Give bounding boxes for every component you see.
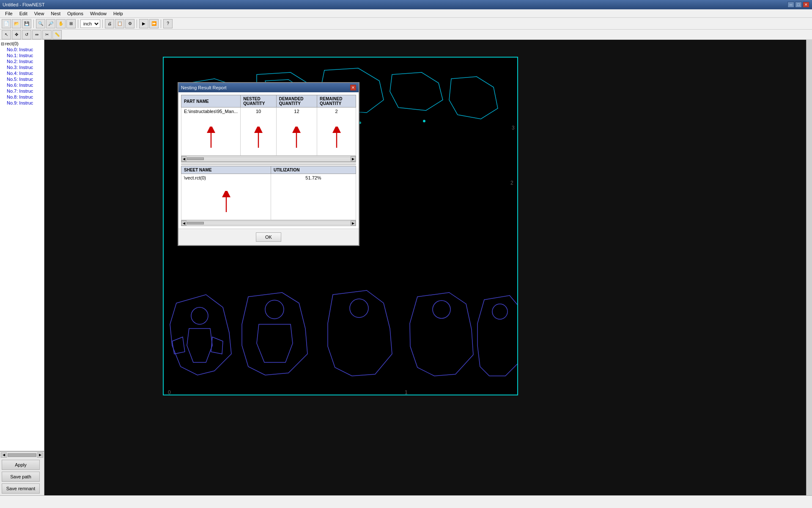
parts-table-scrollbar[interactable]: ◀ ▶ <box>181 156 356 162</box>
toolbar2: ↖ ✥ ↺ ⇔ ✂ 📏 <box>0 30 812 40</box>
toolbar1: 📄 📂 💾 🔍 🔎 ✋ ⊞ inch mm cm 🖨 📋 ⚙ ▶ ⏩ ? <box>0 18 812 30</box>
arrow-sheet <box>220 191 233 214</box>
menubar: File Edit View Nest Options Window Help <box>0 9 812 18</box>
separator1 <box>33 19 34 28</box>
save-remnant-button[interactable]: Save remnant <box>2 483 40 494</box>
tree-item-0[interactable]: No.0: Instruc <box>1 47 43 52</box>
tree-item-9[interactable]: No.9: Instruc <box>1 100 43 106</box>
separator4 <box>137 19 137 28</box>
sheets-scroll-right[interactable]: ▶ <box>351 221 356 226</box>
move-button[interactable]: ✥ <box>12 30 21 39</box>
unit-selector[interactable]: inch mm cm <box>80 19 100 28</box>
titlebar-title: Untitled - FlowNEST <box>3 2 45 7</box>
scroll-left[interactable]: ◀ <box>1 453 7 458</box>
tree-expand-icon: ⊟ <box>1 41 4 46</box>
sheets-table-scrollbar[interactable]: ◀ ▶ <box>181 220 356 226</box>
right-scrollbar[interactable] <box>806 40 812 495</box>
dialog-content: PART NAME NESTED QUANTITY DEMANDED QUANT… <box>178 92 359 229</box>
zoom-out[interactable]: 🔎 <box>46 19 55 28</box>
menu-view[interactable]: View <box>31 10 48 17</box>
svg-point-0 <box>191 307 208 324</box>
tree-item-8[interactable]: No.8: Instruc <box>1 94 43 100</box>
open-button[interactable]: 📂 <box>12 19 21 28</box>
col-sheet-name: SHEET NAME <box>181 166 271 174</box>
tree-item-2[interactable]: No.2: Instruc <box>1 58 43 64</box>
cell-demanded-qty: 12 <box>276 108 317 156</box>
cell-sheet-name: \vect.rct(0) <box>181 174 271 220</box>
ok-area: OK <box>178 229 359 245</box>
arrow-nested <box>252 127 265 150</box>
menu-nest[interactable]: Nest <box>47 10 64 17</box>
scroll-thumb[interactable] <box>8 453 36 457</box>
close-button[interactable]: ✕ <box>803 2 809 8</box>
tree-scrollbar[interactable]: ◀ ▶ <box>0 451 44 458</box>
cell-part-name: E:\instructables\95_Man... <box>181 108 241 156</box>
zoom-in[interactable]: 🔍 <box>36 19 45 28</box>
rotate-button[interactable]: ↺ <box>22 30 31 39</box>
parts-scroll-right[interactable]: ▶ <box>351 156 356 161</box>
copy-button[interactable]: 📋 <box>115 19 124 28</box>
svg-point-7 <box>423 120 425 122</box>
scroll-right[interactable]: ▶ <box>37 453 43 458</box>
tree-item-3[interactable]: No.3: Instruc <box>1 64 43 70</box>
help-icon[interactable]: ? <box>163 19 173 28</box>
menu-file[interactable]: File <box>2 10 16 17</box>
col-utilization: UTILIZATION <box>271 166 356 174</box>
tree-item-5[interactable]: No.5: Instruc <box>1 76 43 82</box>
tree-item-4[interactable]: No.4: Instruc <box>1 70 43 76</box>
main-area: ⊟ rect(0) No.0: Instruc No.1: Instruc No… <box>0 40 812 495</box>
tree-item-7[interactable]: No.7: Instruc <box>1 88 43 94</box>
titlebar: Untitled - FlowNEST ─ □ ✕ <box>0 0 812 9</box>
flip-button[interactable]: ⇔ <box>32 30 41 39</box>
sidebar-buttons: Apply Save path Save remnant <box>0 458 44 495</box>
sheets-table-row: \vect.rct(0) <box>181 174 356 220</box>
save-path-button[interactable]: Save path <box>2 472 40 482</box>
titlebar-controls: ─ □ ✕ <box>787 2 809 8</box>
col-demanded-qty: DEMANDED QUANTITY <box>276 95 317 108</box>
settings-button[interactable]: ⚙ <box>125 19 134 28</box>
cell-utilization: 51.72% <box>271 174 356 220</box>
dialog-close-button[interactable]: ✕ <box>350 85 356 91</box>
parts-table-row: E:\instructables\95_Man... <box>181 108 356 156</box>
parts-table: PART NAME NESTED QUANTITY DEMANDED QUANT… <box>181 95 356 156</box>
menu-window[interactable]: Window <box>87 10 110 17</box>
tree-area: ⊟ rect(0) No.0: Instruc No.1: Instruc No… <box>0 40 44 451</box>
statusbar <box>0 495 812 508</box>
parts-scroll-thumb[interactable] <box>187 157 204 160</box>
svg-text:2: 2 <box>510 180 513 186</box>
separator5 <box>161 19 161 28</box>
canvas-area[interactable]: 0 1 2 3 Nesting Result Report ✕ PART NAM… <box>44 40 812 495</box>
sheets-scroll-left[interactable]: ◀ <box>181 221 187 226</box>
select-button[interactable]: ↖ <box>2 30 11 39</box>
menu-edit[interactable]: Edit <box>16 10 31 17</box>
svg-point-1 <box>265 300 284 319</box>
tree-item-1[interactable]: No.1: Instruc <box>1 52 43 58</box>
arrow-parts <box>205 127 217 150</box>
menu-help[interactable]: Help <box>110 10 126 17</box>
step-button[interactable]: ⏩ <box>149 19 159 28</box>
section-divider <box>181 162 356 165</box>
minimize-button[interactable]: ─ <box>787 2 794 8</box>
ok-button[interactable]: OK <box>256 232 281 242</box>
maximize-button[interactable]: □ <box>795 2 802 8</box>
parts-scroll-track <box>187 157 351 160</box>
measure-button[interactable]: 📏 <box>52 30 62 39</box>
separator3 <box>102 19 103 28</box>
play-button[interactable]: ▶ <box>139 19 148 28</box>
arrow-demanded <box>290 127 303 150</box>
cell-nested-qty: 10 <box>241 108 277 156</box>
menu-options[interactable]: Options <box>64 10 87 17</box>
new-button[interactable]: 📄 <box>2 19 11 28</box>
pan[interactable]: ✋ <box>56 19 66 28</box>
cell-remained-qty: 2 <box>317 108 356 156</box>
delete-button[interactable]: ✂ <box>42 30 52 39</box>
save-button[interactable]: 💾 <box>22 19 31 28</box>
parts-scroll-left[interactable]: ◀ <box>181 156 187 161</box>
print-button[interactable]: 🖨 <box>105 19 114 28</box>
fit[interactable]: ⊞ <box>66 19 76 28</box>
svg-text:1: 1 <box>405 389 408 395</box>
tree-root[interactable]: ⊟ rect(0) <box>1 41 43 47</box>
apply-button[interactable]: Apply <box>2 460 40 470</box>
tree-item-6[interactable]: No.6: Instruc <box>1 82 43 88</box>
sheets-scroll-thumb[interactable] <box>187 222 204 224</box>
